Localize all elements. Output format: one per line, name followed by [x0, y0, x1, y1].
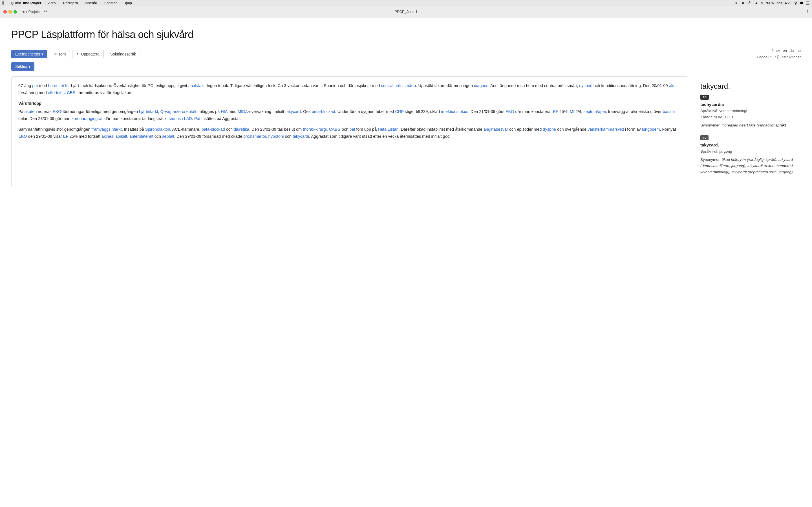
dropbox-icon[interactable]: ✦	[734, 1, 738, 5]
link-central-brostsmarta[interactable]: central bröstsmärta	[381, 83, 416, 88]
instructions-link[interactable]: ⓘ Instruktioner	[775, 54, 801, 59]
link-anafylaxi[interactable]: anafylaxi	[188, 83, 204, 88]
update-button[interactable]: ↻ Uppdatera	[72, 50, 103, 58]
download-icon[interactable]: ↓	[50, 9, 52, 14]
bluetooth-icon[interactable]: ⍒	[761, 1, 763, 5]
link-akut-1[interactable]: akut	[669, 83, 677, 88]
link-ef-2[interactable]: EF	[63, 134, 68, 138]
grid-icon[interactable]: ☷	[44, 9, 48, 14]
toolbar-row1: Exempeltexter ▾ ✕ Tom ↻ Uppdatera Söknin…	[11, 48, 801, 59]
link-lungoedem[interactable]: lungödem	[642, 127, 660, 131]
link-takycard-1[interactable]: takycard	[285, 109, 301, 114]
menubar-hjalp[interactable]: Hjälp	[122, 1, 133, 5]
auth-row: ⎯ Logga ut ⓘ Instruktioner	[754, 54, 801, 59]
link-qvag[interactable]: Q-våg anteroseptalt	[160, 109, 196, 114]
close-button[interactable]	[3, 10, 7, 13]
link-mida[interactable]: MIDA	[238, 109, 248, 114]
link-septalt[interactable]: septalt	[162, 134, 174, 138]
link-effortulost[interactable]: effortulöst CBS	[48, 91, 75, 95]
definition-sv-main-term: takycard.	[700, 143, 794, 147]
menubar-redigera[interactable]: Redigera	[62, 1, 79, 5]
dropbox-close-icon[interactable]: ✕	[741, 1, 745, 5]
time-machine-icon[interactable]: ⏱	[748, 1, 752, 5]
link-pat-1[interactable]: pat	[32, 83, 38, 88]
lang-badge-en: en	[700, 95, 709, 100]
section-heading-vardforlopp: Vårdförlopp	[18, 100, 681, 107]
link-infektionsfokus[interactable]: infektionsfokus	[441, 109, 468, 114]
share-icon[interactable]: ⤴	[806, 9, 809, 14]
link-takycardi[interactable]: takycardi	[293, 134, 309, 138]
user-icon[interactable]: ☗	[800, 1, 803, 5]
link-thorax-cabg[interactable]: thorax-kirurgi, CABG	[303, 127, 341, 131]
synonyms-text-en: increased heart rate (vardagligt språk)	[722, 123, 786, 127]
link-ekg-1[interactable]: EKG	[53, 109, 61, 114]
link-hereditet[interactable]: hereditet för	[48, 83, 70, 88]
paragraph-3: Sammanfattningsvis stor genomgången fram…	[18, 126, 681, 140]
minimize-button[interactable]	[8, 10, 12, 13]
lang-fi[interactable]: fi	[772, 48, 774, 53]
link-framvaggsinfarkt[interactable]: framväggsinfarkt	[92, 127, 122, 131]
link-betablockad-2[interactable]: beta-blockad	[202, 127, 225, 131]
menubar-arkiv[interactable]: Arkiv	[47, 1, 57, 5]
lang-sv[interactable]: sv	[776, 48, 780, 53]
language-level-en: yrkesterminologi	[719, 109, 747, 113]
link-akinesi[interactable]: akinesi apikalt, anterolateralt	[101, 134, 153, 138]
window-nav: ◀ ◂ Projekt ☷ ↓	[20, 9, 52, 14]
link-koronarangiografi[interactable]: koronarangiografi	[71, 116, 103, 121]
link-hia[interactable]: HIA	[221, 109, 227, 114]
paragraph-2: På akuten noteras EKG-förändringar fören…	[18, 108, 681, 122]
text-panel[interactable]: 67-årig pat med hereditet för hjärt- och…	[11, 76, 688, 187]
tom-button[interactable]: ✕ Tom	[50, 50, 70, 58]
section-button[interactable]: Sektion▾	[11, 62, 35, 71]
lang-en[interactable]: en	[783, 48, 787, 53]
definition-sv-synonyms: Synonymer: ökad hjärtrytm (vardagligt sp…	[700, 157, 794, 175]
window-actions-right: ⤴	[806, 9, 809, 14]
lang-nb[interactable]: nb	[797, 48, 801, 53]
link-hjartinfarkt[interactable]: hjärtinfarkt	[139, 109, 158, 114]
menu-icon[interactable]: ☰	[806, 1, 810, 5]
page-title: PPCP Läsplattform för hälsa och sjukvård	[11, 29, 801, 41]
wifi-icon[interactable]: ▲	[755, 1, 758, 5]
menubar:  QuickTime Player Arkiv Redigera Innehå…	[0, 0, 812, 6]
link-eko-2[interactable]: EKO	[18, 134, 27, 138]
lang-da[interactable]: da	[790, 48, 794, 53]
battery-status: 90 %	[766, 1, 774, 5]
search-language-button[interactable]: Sökningsspråk	[106, 50, 140, 58]
link-mi[interactable]: MI	[570, 109, 574, 114]
definition-panel: takycard. en tachycardia Språknivå: yrke…	[694, 76, 801, 187]
logout-link[interactable]: ⎯ Logga ut	[754, 54, 772, 59]
link-stenos-lad[interactable]: stenos i LAD	[169, 116, 192, 121]
link-diagnos[interactable]: diagnos	[474, 83, 488, 88]
link-dyspne-2[interactable]: dyspné	[543, 127, 556, 131]
example-texts-button[interactable]: Exempeltexter ▾	[11, 50, 47, 58]
link-dyspne-1[interactable]: dyspné	[579, 83, 592, 88]
menubar-innehall[interactable]: Innehåll	[84, 1, 99, 5]
link-vansterkammarsvikt[interactable]: vänsterkammarsvikt	[588, 127, 624, 131]
maximize-button[interactable]	[13, 10, 17, 13]
info-icon: ⓘ	[775, 54, 779, 59]
link-pat-2[interactable]: Pat	[194, 116, 200, 121]
link-crp[interactable]: CRP	[395, 109, 403, 114]
spotlight-icon[interactable]: ⚲	[794, 1, 797, 5]
synonyms-label-sv: Synonymer:	[700, 158, 721, 162]
apple-icon[interactable]: 	[2, 1, 4, 6]
main-wrapper: PPCP Läsplattform för hälsa och sjukvård…	[0, 17, 812, 507]
menubar-fonster[interactable]: Fönster	[103, 1, 118, 5]
link-brostsmarter-hypotoni[interactable]: bröstsmärtor, hypotoni	[243, 134, 284, 138]
logout-label: Logga ut	[757, 55, 772, 59]
definition-term: takycard.	[700, 82, 794, 91]
link-ef-1[interactable]: EF	[553, 109, 558, 114]
link-heta-listan[interactable]: Heta Listan	[378, 127, 398, 131]
link-eko-1[interactable]: EKO	[506, 109, 514, 114]
link-basala[interactable]: basala	[663, 109, 675, 114]
link-betablockad-1[interactable]: beta-blockad	[312, 109, 335, 114]
link-spironolakton[interactable]: Spironolakton	[145, 127, 170, 131]
paragraph-1: 67-årig pat med hereditet för hjärt- och…	[18, 82, 681, 96]
link-diuretika[interactable]: diuretika	[234, 127, 249, 131]
menubar-quicktime[interactable]: QuickTime Player	[10, 1, 43, 5]
back-nav-button[interactable]: ◀ ◂ Projekt	[20, 9, 42, 14]
link-akuten[interactable]: akuten	[24, 109, 37, 114]
link-septum-apex[interactable]: septum/apex	[583, 109, 607, 114]
link-anginabesvar[interactable]: anginabesvär	[484, 127, 508, 131]
link-pat-3[interactable]: pat	[349, 127, 355, 131]
